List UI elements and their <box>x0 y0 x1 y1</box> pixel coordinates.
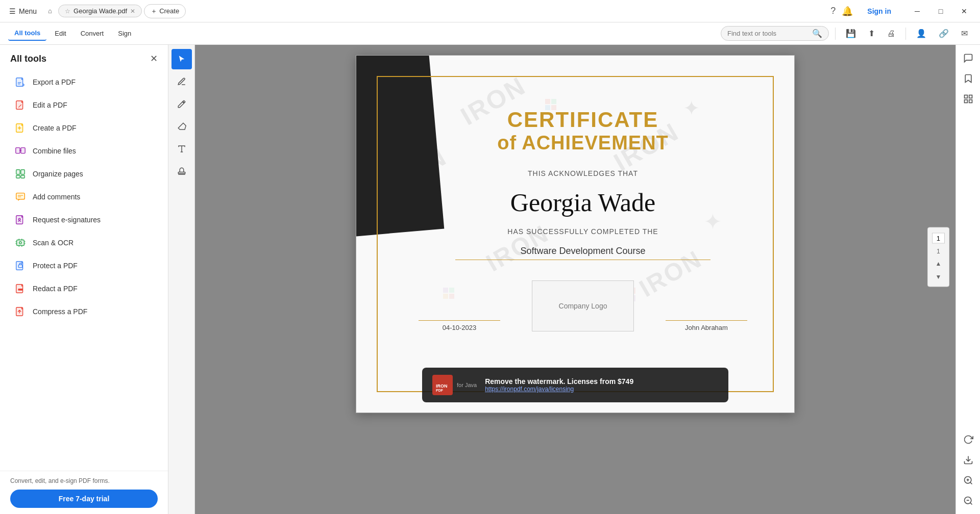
page-indicator: 1 1 ▲ ▼ <box>927 227 949 287</box>
menu-button[interactable]: ☰ Menu <box>4 5 42 17</box>
tab-all-tools[interactable]: All tools <box>8 26 46 41</box>
sign-in-button[interactable]: Sign in <box>859 4 899 18</box>
print-icon-button[interactable]: 🖨 <box>883 27 899 40</box>
stamp-tool-button[interactable] <box>172 161 192 182</box>
create-button[interactable]: ＋ Create <box>144 4 186 18</box>
cert-title-line2: of ACHIEVEMENT <box>497 132 669 154</box>
help-icon[interactable]: ? <box>830 6 836 16</box>
tab-close-icon[interactable]: ✕ <box>130 8 135 15</box>
sidebar-item-request-esig[interactable]: Request e-signatures <box>4 209 164 231</box>
top-right-area: ? 🔔 Sign in ─ □ ✕ <box>830 3 976 19</box>
cert-course-line: Software Development Course <box>455 246 710 260</box>
request-esig-label: Request e-signatures <box>33 216 101 224</box>
banner-link[interactable]: https://ironpdf.com/java/licensing <box>485 386 718 393</box>
text-tool-button[interactable] <box>172 139 192 159</box>
cert-signatory-name: John Abraham <box>685 324 728 331</box>
watermark-promo-banner[interactable]: IRON PDF for Java Remove the watermark. … <box>422 368 728 402</box>
export-right-button[interactable] <box>959 451 977 469</box>
cursor-tool-button[interactable] <box>172 49 192 69</box>
window-controls: ─ □ ✕ <box>905 3 976 19</box>
annotate-tool-button[interactable] <box>172 71 192 92</box>
sidebar-close-button[interactable]: ✕ <box>150 53 158 64</box>
protect-pdf-label: Protect a PDF <box>33 262 78 270</box>
trial-button[interactable]: Free 7-day trial <box>10 490 158 508</box>
pen-tool-button[interactable] <box>172 94 192 114</box>
svg-rect-19 <box>178 172 185 174</box>
cert-bottom-section: 04-10-2023 Company Logo John Abraham <box>419 280 747 331</box>
pdf-viewer-area[interactable]: IRON IRON IRON IRON IRON ✦ ✦ <box>195 45 955 514</box>
svg-rect-12 <box>17 240 24 246</box>
sidebar-item-compress-pdf[interactable]: Compress a PDF <box>4 300 164 323</box>
svg-rect-4 <box>21 148 25 153</box>
home-button[interactable]: ⌂ <box>44 5 56 17</box>
find-box[interactable]: 🔍 <box>721 26 829 41</box>
organize-pages-icon <box>14 168 27 180</box>
bookmarks-panel-button[interactable] <box>959 69 977 88</box>
sidebar-item-combine-files[interactable]: Combine files <box>4 140 164 162</box>
banner-text-area: Remove the watermark. Licenses from $749… <box>485 377 718 393</box>
tab-label: Georgia Wade.pdf <box>74 7 127 15</box>
zoom-out-button[interactable] <box>959 492 977 510</box>
mail-icon-button[interactable]: ✉ <box>957 27 972 40</box>
cert-logo-text: Company Logo <box>559 302 607 310</box>
sidebar-item-edit-pdf[interactable]: Edit a PDF <box>4 94 164 116</box>
tab-convert[interactable]: Convert <box>75 27 110 40</box>
toolbar-right: 🔍 💾 ⬆ 🖨 👤 🔗 ✉ <box>721 26 972 41</box>
upload-icon-button[interactable]: ⬆ <box>864 27 879 40</box>
account-icon-button[interactable]: 👤 <box>912 27 930 40</box>
svg-rect-42 <box>969 95 972 98</box>
save-icon-button[interactable]: 💾 <box>842 27 860 40</box>
combine-files-icon <box>14 145 27 157</box>
link-icon-button[interactable]: 🔗 <box>935 27 953 40</box>
tab-area: ☆ Georgia Wade.pdf ✕ ＋ Create <box>58 4 828 18</box>
sidebar-item-export-pdf[interactable]: Export a PDF <box>4 71 164 93</box>
close-button[interactable]: ✕ <box>952 3 976 19</box>
refresh-button[interactable] <box>959 430 977 449</box>
add-comments-icon <box>14 191 27 203</box>
sidebar-item-protect-pdf[interactable]: Protect a PDF <box>4 254 164 277</box>
svg-rect-7 <box>16 175 20 178</box>
hamburger-icon: ☰ <box>9 7 16 15</box>
zoom-in-button[interactable] <box>959 471 977 490</box>
minimize-button[interactable]: ─ <box>905 3 929 19</box>
eraser-tool-button[interactable] <box>172 116 192 137</box>
svg-rect-41 <box>964 95 967 98</box>
sidebar-item-redact-pdf[interactable]: Redact a PDF <box>4 277 164 300</box>
ironpdf-for-label: for Java <box>457 382 477 388</box>
page-current: 1 <box>932 233 945 244</box>
svg-rect-17 <box>18 289 22 291</box>
create-pdf-icon <box>14 122 27 134</box>
combine-files-label: Combine files <box>33 147 76 155</box>
sidebar-item-add-comments[interactable]: Add comments <box>4 186 164 208</box>
protect-pdf-icon <box>14 260 27 272</box>
export-pdf-label: Export a PDF <box>33 78 76 86</box>
tab-sign[interactable]: Sign <box>112 27 137 40</box>
cert-acknowledgement: THIS ACKNOWLEDGES THAT <box>528 169 638 177</box>
comments-panel-button[interactable] <box>959 49 977 67</box>
create-label: Create <box>159 7 179 15</box>
maximize-button[interactable]: □ <box>929 3 952 19</box>
sidebar-footer: Convert, edit, and e-sign PDF forms. Fre… <box>0 471 168 514</box>
sidebar-item-scan-ocr[interactable]: Scan & OCR <box>4 232 164 254</box>
sidebar-header: All tools ✕ <box>0 45 168 68</box>
sidebar-item-create-pdf[interactable]: Create a PDF <box>4 117 164 139</box>
scroll-down-button[interactable]: ▼ <box>934 272 942 281</box>
ironpdf-logo: IRON PDF for Java <box>432 375 477 395</box>
tab-edit[interactable]: Edit <box>48 27 72 40</box>
sidebar-item-organize-pages[interactable]: Organize pages <box>4 163 164 185</box>
compress-pdf-label: Compress a PDF <box>33 307 87 316</box>
cert-title-line1: CERTIFICATE <box>507 108 659 132</box>
export-pdf-icon <box>14 76 27 88</box>
pdf-page: IRON IRON IRON IRON IRON ✦ ✦ <box>356 55 795 413</box>
find-input[interactable] <box>727 30 809 37</box>
active-tab[interactable]: ☆ Georgia Wade.pdf ✕ <box>58 5 142 17</box>
pages-panel-button[interactable] <box>959 90 977 108</box>
svg-text:IRON: IRON <box>436 383 448 389</box>
tool-icons-panel <box>168 45 195 514</box>
plus-icon: ＋ <box>151 7 157 16</box>
scan-ocr-label: Scan & OCR <box>33 239 74 247</box>
iron-logo-mark: IRON PDF <box>432 375 453 395</box>
notification-icon[interactable]: 🔔 <box>842 6 853 17</box>
cert-date-sig: 04-10-2023 <box>419 320 500 331</box>
scroll-up-button[interactable]: ▲ <box>934 259 942 268</box>
